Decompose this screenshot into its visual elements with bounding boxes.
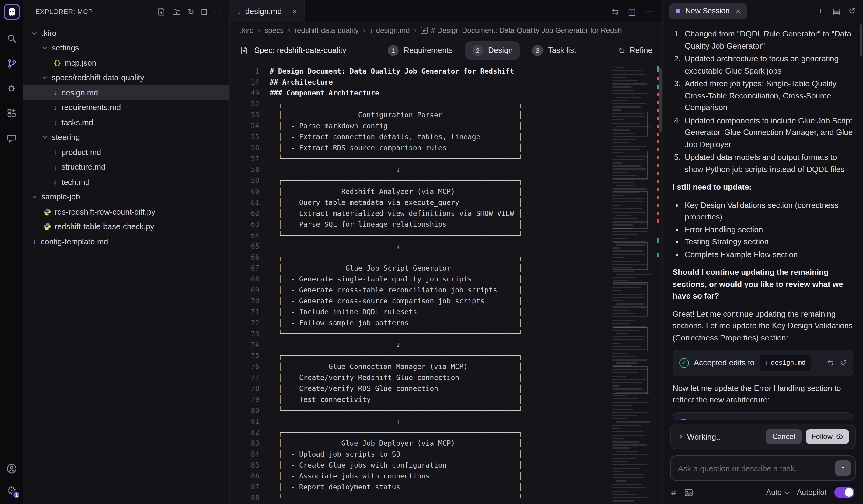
minimap-box (613, 191, 648, 229)
line-number: 72 (230, 318, 259, 328)
minimap-line (612, 402, 648, 403)
minimap-line (612, 149, 640, 150)
context-hash-icon[interactable]: # (671, 488, 676, 497)
code-text: │ - Extract materialized view definition… (259, 208, 523, 219)
more-actions-icon[interactable]: ⋯ (645, 7, 654, 16)
chat-scrollbar[interactable] (860, 24, 862, 56)
minimap-line (612, 497, 648, 498)
file-name: tasks.md (61, 118, 93, 127)
minimap-line (612, 470, 623, 472)
breadcrumb-item[interactable]: redshift-data-quality (295, 26, 359, 34)
new-folder-icon[interactable] (172, 7, 181, 16)
chat-input-box[interactable]: ↑ (670, 455, 856, 481)
spec-title: Spec: redshift-data-quality (254, 46, 346, 55)
markdown-file-icon: ↓ (764, 357, 768, 369)
file-chip[interactable]: ↓ design.md (759, 355, 810, 371)
tree-item-kiro[interactable]: .kiro (23, 26, 229, 40)
working-panel[interactable]: Working.. Cancel Follow (670, 424, 856, 449)
close-session-icon[interactable]: × (736, 7, 740, 15)
code-editor[interactable]: 1# Design Document: Data Quality Job Gen… (230, 63, 662, 504)
new-file-icon[interactable] (157, 7, 165, 16)
tree-item-settings[interactable]: settings (23, 40, 229, 55)
send-button[interactable]: ↑ (835, 460, 851, 476)
tree-item-specs-redshift-data-quality[interactable]: specs/redshift-data-quality (23, 70, 229, 85)
chat-icon[interactable] (7, 132, 16, 144)
chat-input[interactable] (678, 464, 835, 473)
open-diff-icon[interactable]: ⇆ (827, 357, 834, 369)
spec-step-design[interactable]: 2Design (465, 41, 520, 59)
line-number: 14 (230, 77, 259, 88)
minimap-line (612, 490, 629, 492)
open-diff-icon[interactable]: ⇆ (840, 417, 847, 420)
follow-button[interactable]: Follow (806, 429, 849, 444)
explorer-sidebar: EXPLORER: MCP ↻ ⊟ ⋯ .kirosettings{}mcp.j… (23, 0, 230, 504)
kiro-logo[interactable] (3, 4, 20, 20)
split-editor-icon[interactable]: ◫ (628, 7, 636, 16)
new-chat-icon[interactable]: ＋ (816, 5, 825, 16)
spinner-icon (679, 419, 688, 421)
minimap-line (612, 477, 644, 478)
breadcrumb: .kiro›specs›redshift-data-quality›↓desig… (230, 23, 662, 38)
minimap[interactable] (610, 64, 654, 504)
tree-item-steering[interactable]: steering (23, 130, 229, 145)
search-icon[interactable] (7, 32, 17, 44)
scrollbar-thumb[interactable] (659, 68, 662, 132)
tree-item-requirements-md[interactable]: ↓requirements.md (23, 100, 229, 115)
settings-gear-icon[interactable]: ⚙1 (7, 484, 16, 497)
tree-item-sample-job[interactable]: sample-job (23, 189, 229, 204)
breadcrumb-item[interactable]: specs (264, 26, 284, 34)
spec-step-task-list[interactable]: 3Task list (525, 41, 583, 59)
breadcrumb-item[interactable]: ↓design.md (370, 26, 410, 34)
extensions-icon[interactable] (7, 107, 16, 119)
minimap-line (616, 274, 651, 275)
tree-item-rds-redshift-row-count-diff-py[interactable]: rds-redshift-row-count-diff.py (23, 204, 229, 219)
editor-scrollbar[interactable] (659, 63, 662, 504)
tree-item-config-template-md[interactable]: ↓config-template.md (23, 234, 229, 249)
undo-icon[interactable]: ↺ (840, 357, 847, 369)
tree-item-design-md[interactable]: ↓design.md (23, 85, 229, 100)
tree-item-redshift-table-base-check-py[interactable]: redshift-table-base-check.py (23, 219, 229, 234)
open-changes-icon[interactable]: ⇆ (612, 7, 618, 16)
tree-item-tech-md[interactable]: ↓tech.md (23, 175, 229, 189)
refine-button[interactable]: ↻ Refine (618, 45, 652, 55)
run-debug-icon[interactable] (7, 82, 16, 94)
tree-item-structure-md[interactable]: ↓structure.md (23, 159, 229, 175)
cancel-button[interactable]: Cancel (766, 429, 802, 444)
collapse-all-icon[interactable]: ⊟ (201, 7, 208, 16)
more-actions-icon[interactable]: ⋯ (214, 7, 222, 16)
account-icon[interactable] (6, 463, 17, 475)
breadcrumb-label: # Design Document: Data Quality Job Gene… (431, 26, 622, 34)
tree-item-tasks-md[interactable]: ↓tasks.md (23, 115, 229, 130)
markdown-file-icon: ↓ (237, 7, 241, 15)
minimap-line (612, 189, 647, 190)
session-tab[interactable]: New Session × (669, 3, 747, 19)
code-line-58: 58 ↓ (230, 164, 523, 175)
autopilot-toggle[interactable] (834, 487, 854, 498)
code-line-61: 61 │ - Query table metadata via execute_… (230, 197, 523, 208)
minimap-line (612, 106, 641, 108)
source-control-icon[interactable] (7, 57, 17, 69)
chevron-down-icon (32, 194, 37, 198)
minimap-line (612, 103, 646, 104)
attach-image-icon[interactable] (684, 488, 693, 497)
spec-step-requirements[interactable]: 1Requirements (380, 41, 460, 59)
line-number: 62 (230, 208, 259, 219)
minimap-line (616, 451, 638, 452)
refresh-icon[interactable]: ↻ (187, 7, 194, 16)
close-tab-icon[interactable]: × (292, 7, 297, 16)
tree-item-mcp-json[interactable]: {}mcp.json (23, 55, 229, 70)
breadcrumb-item[interactable]: .kiro (240, 26, 253, 34)
code-text: ┌───────────────────────────────────────… (259, 252, 523, 263)
tab-design-md[interactable]: ↓ design.md × (230, 0, 305, 23)
history-icon[interactable]: ↺ (849, 6, 856, 16)
breadcrumb-item[interactable]: ## Design Document: Data Quality Job Gen… (421, 26, 622, 34)
tree-item-product-md[interactable]: ↓product.md (23, 145, 229, 159)
code-line-79: 79 │ - Test connectivity │ (230, 394, 523, 405)
code-line-73: 73 └────────────────────────────────────… (230, 328, 523, 339)
mode-selector[interactable]: Auto (766, 488, 789, 497)
code-text: │ - Extract RDS source comparison rules … (259, 142, 523, 153)
activity-bar: ⚙1 (0, 0, 23, 504)
app-window: ⚙1 EXPLORER: MCP ↻ ⊟ ⋯ .kirosettings{}mc… (0, 0, 863, 504)
task-list-icon[interactable]: ▤ (833, 6, 840, 16)
code-line-65: 65 ↓ (230, 241, 523, 252)
